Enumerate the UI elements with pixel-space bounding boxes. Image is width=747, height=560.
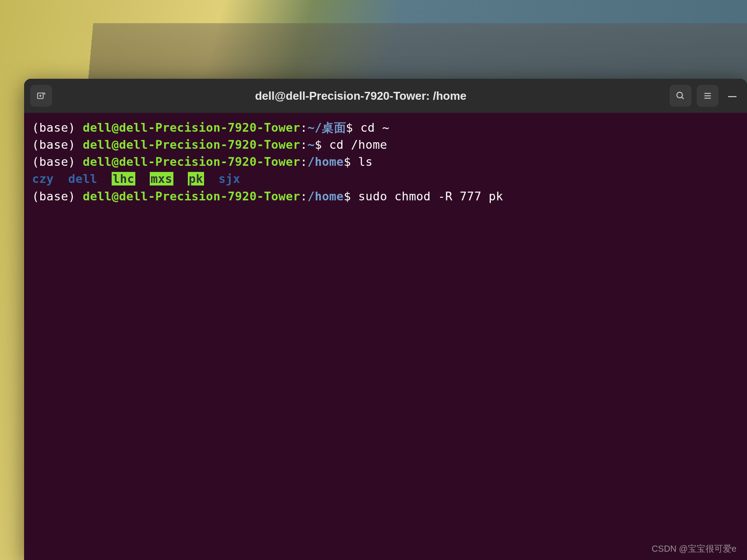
svg-point-1 [677, 92, 682, 98]
command-text: cd /home [322, 138, 387, 151]
dir-czy: czy [32, 172, 54, 186]
terminal-line: (base) dell@dell-Precision-7920-Tower:/h… [32, 188, 739, 205]
menu-button[interactable] [697, 85, 719, 107]
env-indicator: (base) [32, 121, 83, 134]
path: /home [307, 155, 344, 168]
command-text: cd ~ [353, 121, 389, 134]
terminal-line: (base) dell@dell-Precision-7920-Tower:/h… [32, 153, 739, 170]
prompt-sign: $ [346, 121, 353, 134]
svg-line-2 [681, 97, 684, 99]
terminal-window: dell@dell-Precision-7920-Tower: /home — [24, 79, 747, 560]
colon: : [300, 189, 308, 203]
command-text: ls [351, 155, 373, 168]
dir-dell: dell [68, 172, 97, 186]
minimize-icon: — [728, 88, 736, 104]
env-indicator: (base) [32, 155, 83, 168]
dir-sjx: sjx [218, 172, 240, 186]
ls-output-line: czy dell lhc mxs pk sjx [32, 170, 739, 187]
search-button[interactable] [669, 85, 691, 107]
terminal-content[interactable]: (base) dell@dell-Precision-7920-Tower:~/… [24, 113, 747, 560]
menu-icon [703, 91, 712, 101]
window-title: dell@dell-Precision-7920-Tower: /home [57, 89, 664, 103]
dir-mxs: mxs [150, 172, 173, 186]
user-host: dell@dell-Precision-7920-Tower [83, 189, 300, 203]
prompt-sign: $ [344, 155, 351, 168]
minimize-button[interactable]: — [724, 88, 741, 104]
user-host: dell@dell-Precision-7920-Tower [83, 138, 300, 151]
new-tab-button[interactable] [30, 85, 52, 107]
path-tilde: ~ [307, 121, 315, 134]
titlebar: dell@dell-Precision-7920-Tower: /home — [24, 79, 747, 113]
colon: : [300, 121, 308, 134]
terminal-line: (base) dell@dell-Precision-7920-Tower:~$… [32, 136, 739, 153]
env-indicator: (base) [32, 189, 83, 203]
watermark: CSDN @宝宝很可爱e [652, 543, 736, 555]
env-indicator: (base) [32, 138, 83, 151]
new-tab-icon [36, 91, 46, 101]
prompt-sign: $ [315, 138, 322, 151]
dir-pk: pk [188, 172, 204, 186]
prompt-sign: $ [344, 189, 351, 203]
command-text: sudo chmod -R 777 pk [351, 189, 503, 203]
user-host: dell@dell-Precision-7920-Tower [83, 121, 300, 134]
colon: : [300, 138, 308, 151]
terminal-line: (base) dell@dell-Precision-7920-Tower:~/… [32, 119, 739, 136]
path: /home [307, 189, 344, 203]
colon: : [300, 155, 308, 168]
titlebar-right: — [669, 85, 741, 107]
dir-lhc: lhc [112, 172, 135, 186]
user-host: dell@dell-Precision-7920-Tower [83, 155, 300, 168]
search-icon [676, 91, 685, 101]
path-suffix: /桌面 [315, 121, 346, 134]
path-tilde: ~ [307, 138, 315, 151]
